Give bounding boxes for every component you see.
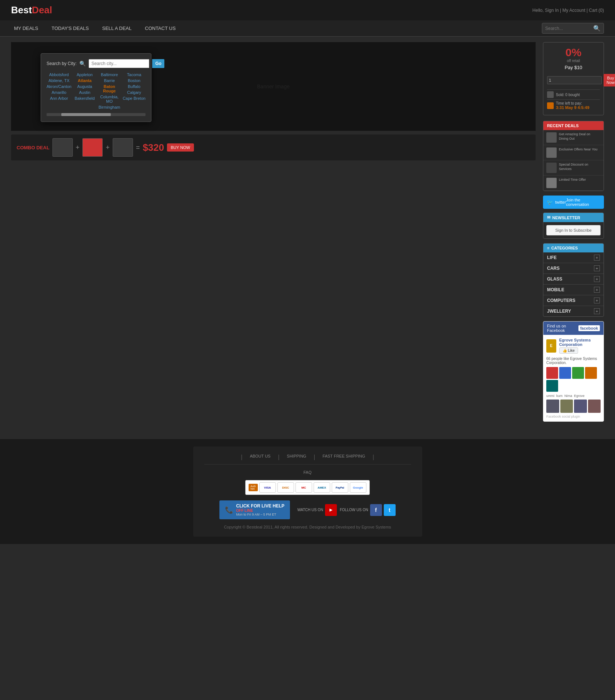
nav-search-input[interactable] [545, 26, 593, 31]
nav-search-icon: 🔍 [593, 25, 601, 32]
follow-text: FOLLOW US ON [340, 508, 368, 512]
modal-city-search-input[interactable] [89, 59, 149, 68]
recent-deal-item-3[interactable]: Special Discount on Services [543, 160, 604, 176]
nav-item-my-deals[interactable]: MY DEALS [11, 26, 41, 31]
recent-deals-section: RECENT DEALS Get Amazing Deal on Dining … [543, 121, 604, 191]
city-calgary[interactable]: Calgary [123, 90, 146, 95]
city-atlanta[interactable]: Atlanta [73, 78, 96, 83]
city-abbotsford[interactable]: Abbotsford [47, 72, 71, 77]
live-help-box[interactable]: 📞 CLICK FOR LIVE HELP OFF LINE Mon to Fr… [219, 500, 290, 519]
deal-equals: = [136, 144, 140, 152]
recent-deal-item-4[interactable]: Limited Time Offer [543, 176, 604, 191]
city-amarillo[interactable]: Amarillo [47, 90, 71, 95]
deal-price: $320 [143, 142, 164, 153]
city-barrie[interactable]: Barrie [98, 78, 121, 83]
nav-item-todays-deals[interactable]: TODAY'S DEALS [49, 26, 92, 31]
deal-product-2 [82, 138, 103, 157]
city-ann-arbor[interactable]: Ann Arbor [47, 96, 71, 101]
watch-text: WATCH US ON [297, 508, 323, 512]
newsletter-section: ✉ NEWSLETTER Sign In to Subscribe [543, 213, 604, 239]
city-columbia[interactable]: Columbia, MO [98, 95, 121, 103]
recent-deal-item-1[interactable]: Get Amazing Deal on Dining Out [543, 130, 604, 145]
main-nav: MY DEALS TODAY'S DEALS SELL A DEAL CONTA… [0, 20, 615, 37]
deal-quantity-input[interactable] [547, 76, 602, 84]
support-status-row: OFF LINE [236, 509, 284, 513]
categories-title: CATEGORIES [551, 246, 578, 250]
city-boston[interactable]: Boston [123, 78, 146, 83]
modal-scrollbar[interactable] [47, 113, 146, 116]
deal-buy-now-button[interactable]: BUY NOW [167, 143, 194, 152]
footer-shipping-link[interactable]: SHIPPING [287, 454, 307, 461]
header-account-text[interactable]: Hello, Sign In | My Account | Cart (0) [532, 8, 604, 13]
deal-product-3 [113, 138, 133, 157]
city-abilene[interactable]: Abilene, TX [47, 78, 71, 83]
footer-fast-shipping-link[interactable]: FAST FREE SHIPPING [322, 454, 365, 461]
category-cars-name: CARS [547, 266, 560, 271]
watch-group: WATCH US ON ▶ [297, 504, 337, 516]
category-life-plus: + [594, 255, 600, 261]
fb-company-name[interactable]: Egrove Systems Corporation [559, 338, 601, 347]
category-computers-plus: + [594, 298, 600, 303]
city-baton-rouge[interactable]: Baton Rouge [98, 84, 121, 93]
city-cape-breton[interactable]: Cape Breton [123, 96, 146, 101]
twitter-label: twitter [555, 200, 566, 204]
modal-go-button[interactable]: Go [152, 59, 164, 68]
twitter-icon: 🐦 [547, 199, 553, 205]
city-tacoma[interactable]: Tacoma [123, 72, 146, 77]
category-jwellery[interactable]: JWELLERY + [543, 306, 604, 316]
category-computers[interactable]: COMPUTERS + [543, 295, 604, 306]
footer-faq-link[interactable]: FAQ [303, 470, 311, 475]
category-glass-name: GLASS [547, 276, 562, 282]
nav-item-sell-a-deal[interactable]: SELL A DEAL [99, 26, 135, 31]
city-col-2: Appleton Atlanta Augusta Austin Bakersfi… [73, 72, 96, 109]
footer-copyright: Copyright © Bestdeal 2011, All rights re… [204, 525, 411, 529]
category-life[interactable]: LIFE + [543, 252, 604, 263]
category-glass[interactable]: GLASS + [543, 274, 604, 285]
newsletter-header: ✉ NEWSLETTER [543, 213, 604, 222]
city-austin[interactable]: Austin [73, 90, 96, 95]
category-mobile[interactable]: MOBILE + [543, 285, 604, 295]
twitter-follow-button[interactable]: t [384, 504, 396, 516]
nav-search-box: 🔍 [542, 23, 604, 34]
deal-product-1 [52, 138, 73, 157]
site-logo[interactable]: BestDeal [11, 4, 52, 16]
city-bakersfield[interactable]: Bakersfield [73, 96, 96, 101]
footer-payments: AuthNet VISA DISC MC AMEX PayPal Google [204, 480, 411, 495]
twitter-bar-left: 🐦 twitter [547, 199, 566, 205]
footer-about-link[interactable]: ABOUT US [250, 454, 270, 461]
recent-deal-text-1: Get Amazing Deal on Dining Out [559, 132, 601, 143]
nav-item-contact-us[interactable]: CONTACT US [142, 26, 178, 31]
content-spacer [11, 160, 536, 271]
category-jwellery-plus: + [594, 308, 600, 314]
fb-people-text: 66 people like Egrove Systems Corporatio… [546, 357, 601, 365]
deal-products: + + = $320 BUY NOW [52, 138, 194, 157]
city-baltimore[interactable]: Baltimore [98, 72, 121, 77]
deal-plus-2: + [106, 144, 110, 152]
city-birmingham[interactable]: Birmingham [98, 105, 121, 109]
fb-logo-icon: facebook [578, 325, 600, 331]
city-buffalo[interactable]: Buffalo [123, 84, 146, 89]
facebook-follow-button[interactable]: f [370, 504, 382, 516]
facebook-section: Find us on Facebook facebook E Egrove Sy… [543, 321, 604, 422]
city-augusta[interactable]: Augusta [73, 84, 96, 89]
payment-visa: VISA [259, 482, 276, 493]
deal-input-row: Buy Now [547, 74, 600, 86]
fb-avatar-5 [546, 380, 558, 392]
youtube-button[interactable]: ▶ [325, 504, 337, 516]
deal-time-label: Time left to pay: [556, 101, 590, 105]
city-appleton[interactable]: Appleton [73, 72, 96, 77]
category-cars[interactable]: CARS + [543, 263, 604, 274]
fb-header: Find us on Facebook facebook [543, 322, 604, 335]
fb-label-1: ummi [546, 394, 554, 398]
recent-deal-item-2[interactable]: Exclusive Offers Near You [543, 145, 604, 160]
fb-label-4: Egrove [574, 394, 585, 398]
newsletter-subscribe-button[interactable]: Sign In to Subscribe [546, 225, 601, 235]
deal-pay-label: Pay $10 [547, 65, 600, 70]
fb-like-button[interactable]: 👍 Like [559, 347, 578, 354]
recent-deal-text-4: Limited Time Offer [559, 178, 586, 188]
twitter-bar[interactable]: 🐦 twitter Join the conversation [543, 196, 604, 209]
city-akron[interactable]: Akron/Canton [47, 84, 71, 89]
deal-buy-button[interactable]: Buy Now [604, 74, 615, 86]
categories-header: ≡ CATEGORIES [543, 244, 604, 252]
payment-google: Google [350, 482, 366, 493]
